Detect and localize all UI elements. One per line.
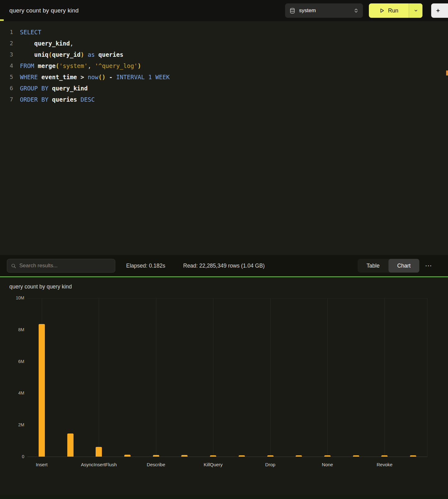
bar-unlabeled-7[interactable] [239, 455, 245, 457]
bar-AsyncInsertFlush[interactable] [96, 447, 102, 457]
chevron-updown-icon [354, 8, 359, 13]
code-text: FROM merge('system', '^query_log') [13, 60, 141, 71]
chart-panel: query count by query kind 10M8M6M4M2M0 I… [0, 277, 448, 499]
line-number: 7 [0, 94, 13, 105]
search-icon [11, 263, 16, 269]
bar-Revoke[interactable] [381, 455, 388, 457]
sparkle-icon [435, 8, 441, 13]
code-text: uniq(query_id) as queries [13, 49, 123, 60]
x-axis-label: Drop [265, 462, 275, 467]
query-title: query count by query kind [9, 7, 79, 14]
code-text: WHERE event_time > now() - INTERVAL 1 WE… [13, 71, 170, 83]
code-text: query_kind, [13, 38, 74, 49]
bar-KillQuery[interactable] [210, 455, 216, 457]
partial-toolbar-button[interactable] [431, 3, 448, 18]
bottom-edge [0, 495, 448, 499]
results-toolbar: Elapsed: 0.182s Read: 22,285,349 rows (1… [0, 255, 448, 276]
tab-table[interactable]: Table [358, 259, 388, 273]
database-icon [289, 8, 295, 14]
code-lines: 1SELECT2 query_kind,3 uniq(query_id) as … [0, 27, 448, 105]
gridline [327, 298, 328, 457]
code-text: ORDER BY queries DESC [13, 94, 95, 105]
query-header: query count by query kind system [0, 0, 448, 21]
bar-unlabeled-13[interactable] [410, 455, 416, 457]
line-number: 3 [0, 49, 13, 60]
query-console-window: query count by query kind system [0, 0, 448, 499]
database-selector[interactable]: system [285, 3, 363, 18]
more-options-icon[interactable]: ⋯ [425, 262, 432, 269]
gridline [270, 298, 271, 457]
y-axis-label: 8M [18, 327, 24, 332]
run-button[interactable]: Run [369, 3, 409, 18]
y-axis-label: 4M [18, 390, 24, 395]
line-number: 5 [0, 71, 13, 83]
bar-unlabeled-9[interactable] [296, 455, 302, 457]
x-axis-label: None [322, 462, 333, 467]
gridline [213, 298, 213, 457]
database-selector-value: system [299, 7, 350, 14]
scrollbar-annotation-mark [446, 70, 448, 75]
bar-Insert[interactable] [39, 324, 45, 457]
gridline [156, 298, 156, 457]
bar-Drop[interactable] [267, 455, 274, 457]
line-number: 1 [0, 27, 13, 38]
tab-chart[interactable]: Chart [388, 259, 419, 273]
rows-read-stat: Read: 22,285,349 rows (1.04 GB) [183, 263, 265, 269]
y-axis-label: 6M [18, 359, 24, 364]
bar-Describe[interactable] [153, 455, 159, 457]
code-text: SELECT [13, 27, 41, 38]
code-text: GROUP BY query_kind [13, 83, 88, 94]
chevron-down-icon [414, 8, 418, 13]
x-axis-label: Revoke [377, 462, 393, 467]
line-number: 2 [0, 38, 13, 49]
line-number: 6 [0, 83, 13, 94]
x-axis-label: Describe [147, 462, 165, 467]
code-line[interactable]: 6GROUP BY query_kind [0, 83, 448, 94]
gridline [99, 298, 99, 457]
bar-unlabeled-3[interactable] [124, 455, 131, 457]
x-axis-label: KillQuery [204, 462, 223, 467]
code-line[interactable]: 5WHERE event_time > now() - INTERVAL 1 W… [0, 71, 448, 83]
sql-editor[interactable]: 1SELECT2 query_kind,3 uniq(query_id) as … [0, 21, 448, 255]
bar-None[interactable] [324, 455, 331, 457]
y-axis-label: 2M [18, 422, 24, 427]
run-button-label: Run [388, 7, 398, 14]
editor-warning-mark [0, 19, 4, 21]
bar-unlabeled-1[interactable] [67, 434, 74, 457]
code-line[interactable]: 2 query_kind, [0, 38, 448, 49]
bar-unlabeled-5[interactable] [181, 455, 188, 457]
y-axis-label: 0 [22, 454, 24, 459]
elapsed-stat: Elapsed: 0.182s [126, 263, 165, 269]
line-number: 4 [0, 60, 13, 71]
code-line[interactable]: 7ORDER BY queries DESC [0, 94, 448, 105]
y-axis-label: 10M [16, 295, 24, 300]
code-line[interactable]: 1SELECT [0, 27, 448, 38]
plot-area: InsertAsyncInsertFlushDescribeKillQueryD… [27, 298, 427, 457]
play-icon [379, 8, 385, 13]
gridline [384, 298, 385, 457]
run-options-button[interactable] [409, 3, 422, 18]
search-results-input[interactable] [19, 263, 111, 269]
x-axis-label: AsyncInsertFlush [81, 462, 117, 467]
view-toggle: TableChart [358, 259, 419, 273]
bar-unlabeled-11[interactable] [353, 455, 359, 457]
search-results-box [7, 259, 115, 273]
y-axis: 10M8M6M4M2M0 [0, 277, 24, 483]
run-button-group: Run [369, 3, 422, 18]
x-axis-label: Insert [36, 462, 48, 467]
code-line[interactable]: 3 uniq(query_id) as queries [0, 49, 448, 60]
code-line[interactable]: 4FROM merge('system', '^query_log') [0, 60, 448, 71]
